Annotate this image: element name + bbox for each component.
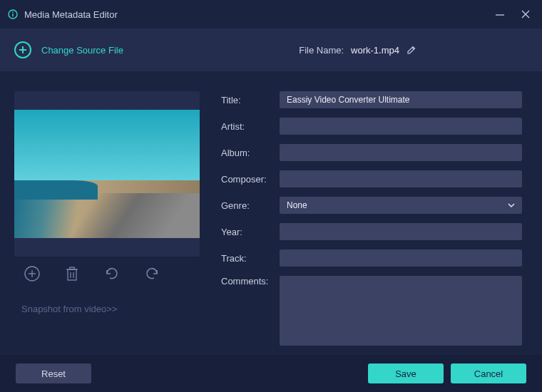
track-label: Track:	[221, 253, 272, 264]
footer: Reset Save Cancel	[0, 355, 542, 392]
composer-label: Composer:	[221, 174, 272, 185]
artist-label: Artist:	[221, 121, 272, 132]
reset-button[interactable]: Reset	[16, 363, 91, 383]
info-icon	[7, 9, 19, 20]
comments-label: Comments:	[221, 276, 272, 287]
genre-label: Genre:	[221, 200, 272, 211]
edit-filename-button[interactable]	[406, 45, 416, 55]
comments-input[interactable]	[280, 276, 522, 346]
redo-button[interactable]	[143, 264, 161, 283]
change-source-button[interactable]: Change Source File	[14, 41, 123, 58]
snapshot-from-video-link[interactable]: Snapshot from video>>	[14, 304, 200, 314]
fields-column: Title: Artist: Album: Composer: Genre: N…	[221, 91, 522, 355]
main-editor: Snapshot from video>> Title: Artist: Alb…	[0, 71, 542, 355]
undo-button[interactable]	[103, 264, 121, 283]
chevron-down-icon	[508, 203, 515, 207]
delete-thumbnail-button[interactable]	[63, 264, 81, 283]
change-source-label: Change Source File	[41, 45, 123, 56]
svg-rect-14	[70, 267, 74, 269]
title-label: Title:	[221, 95, 272, 105]
year-label: Year:	[221, 227, 272, 237]
thumbnail-toolbar	[14, 257, 200, 291]
filename-group: File Name: work-1.mp4	[299, 45, 416, 56]
artist-input[interactable]	[280, 118, 522, 135]
svg-rect-12	[68, 269, 76, 280]
add-thumbnail-button[interactable]	[23, 264, 41, 283]
thumbnail-box	[14, 91, 200, 257]
cancel-button[interactable]: Cancel	[451, 363, 526, 383]
minimize-button[interactable]	[495, 9, 505, 19]
filename-label: File Name:	[299, 45, 344, 56]
genre-value: None	[287, 200, 307, 210]
save-button[interactable]: Save	[368, 363, 444, 383]
svg-rect-1	[12, 14, 13, 16]
close-button[interactable]	[521, 9, 531, 19]
svg-rect-2	[12, 11, 13, 13]
source-bar: Change Source File File Name: work-1.mp4	[0, 29, 542, 71]
album-input[interactable]	[280, 144, 522, 161]
filename-value: work-1.mp4	[351, 45, 399, 56]
album-label: Album:	[221, 148, 272, 158]
title-bar: Media Metadata Editor	[0, 0, 542, 29]
plus-circle-icon	[14, 41, 31, 58]
preview-column: Snapshot from video>>	[14, 91, 200, 355]
genre-select[interactable]: None	[280, 197, 522, 214]
title-input[interactable]	[280, 91, 522, 108]
composer-input[interactable]	[280, 170, 522, 187]
window-title: Media Metadata Editor	[24, 9, 479, 20]
track-input[interactable]	[280, 249, 522, 267]
year-input[interactable]	[280, 223, 522, 240]
thumbnail-image	[14, 110, 200, 238]
